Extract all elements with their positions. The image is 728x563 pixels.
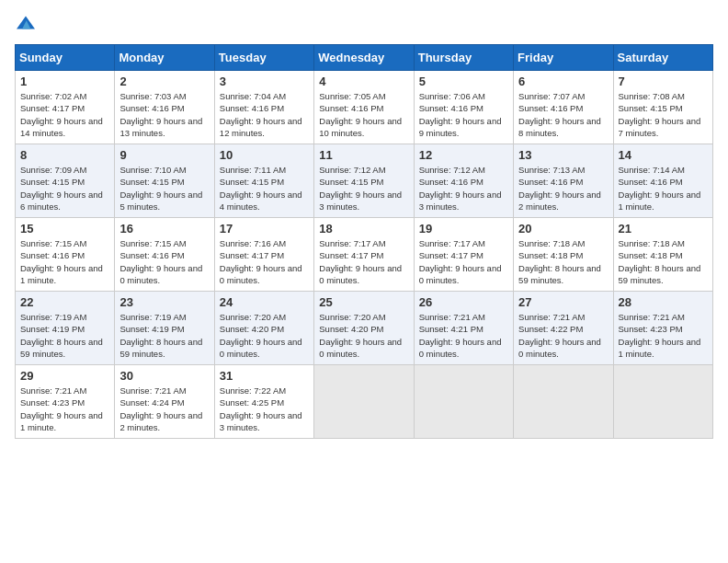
- calendar-day-cell: 28 Sunrise: 7:21 AMSunset: 4:23 PMDaylig…: [613, 292, 712, 365]
- calendar-day-cell: 7 Sunrise: 7:08 AMSunset: 4:15 PMDayligh…: [613, 71, 712, 144]
- day-number: 24: [220, 295, 309, 309]
- day-number: 6: [518, 75, 608, 88]
- day-info: Sunrise: 7:02 AMSunset: 4:17 PMDaylight:…: [20, 90, 109, 139]
- calendar-day-cell: 23 Sunrise: 7:19 AMSunset: 4:19 PMDaylig…: [115, 292, 214, 365]
- day-number: 12: [419, 148, 508, 162]
- day-info: Sunrise: 7:21 AMSunset: 4:22 PMDaylight:…: [518, 311, 608, 360]
- day-info: Sunrise: 7:12 AMSunset: 4:16 PMDaylight:…: [419, 164, 508, 213]
- calendar-day-cell: 5 Sunrise: 7:06 AMSunset: 4:16 PMDayligh…: [414, 71, 513, 144]
- calendar-day-cell: 1 Sunrise: 7:02 AMSunset: 4:17 PMDayligh…: [16, 71, 115, 144]
- calendar-empty-cell: [514, 365, 613, 439]
- day-info: Sunrise: 7:15 AMSunset: 4:16 PMDaylight:…: [20, 237, 109, 286]
- day-number: 11: [319, 148, 408, 162]
- day-info: Sunrise: 7:18 AMSunset: 4:18 PMDaylight:…: [518, 237, 608, 286]
- day-info: Sunrise: 7:17 AMSunset: 4:17 PMDaylight:…: [319, 237, 408, 286]
- day-number: 8: [20, 148, 109, 162]
- day-info: Sunrise: 7:18 AMSunset: 4:18 PMDaylight:…: [619, 237, 708, 286]
- day-number: 13: [518, 148, 608, 162]
- day-info: Sunrise: 7:22 AMSunset: 4:25 PMDaylight:…: [220, 385, 309, 433]
- day-of-week-header: Saturday: [613, 45, 712, 71]
- day-info: Sunrise: 7:03 AMSunset: 4:16 PMDaylight:…: [119, 90, 209, 139]
- calendar-empty-cell: [613, 365, 712, 439]
- calendar-day-cell: 8 Sunrise: 7:09 AMSunset: 4:15 PMDayligh…: [16, 144, 115, 218]
- day-info: Sunrise: 7:11 AMSunset: 4:15 PMDaylight:…: [220, 164, 309, 213]
- day-info: Sunrise: 7:13 AMSunset: 4:16 PMDaylight:…: [518, 164, 608, 213]
- calendar-day-cell: 10 Sunrise: 7:11 AMSunset: 4:15 PMDaylig…: [214, 144, 313, 218]
- calendar-day-cell: 9 Sunrise: 7:10 AMSunset: 4:15 PMDayligh…: [115, 144, 214, 218]
- day-number: 30: [119, 369, 209, 383]
- calendar-day-cell: 21 Sunrise: 7:18 AMSunset: 4:18 PMDaylig…: [613, 218, 712, 292]
- calendar-day-cell: 6 Sunrise: 7:07 AMSunset: 4:16 PMDayligh…: [514, 71, 613, 144]
- day-number: 14: [619, 148, 708, 162]
- day-info: Sunrise: 7:20 AMSunset: 4:20 PMDaylight:…: [319, 311, 408, 360]
- day-info: Sunrise: 7:15 AMSunset: 4:16 PMDaylight:…: [119, 237, 209, 286]
- calendar-day-cell: 14 Sunrise: 7:14 AMSunset: 4:16 PMDaylig…: [613, 144, 712, 218]
- day-number: 25: [319, 295, 408, 309]
- calendar-day-cell: 25 Sunrise: 7:20 AMSunset: 4:20 PMDaylig…: [314, 292, 414, 365]
- day-number: 16: [119, 222, 209, 236]
- day-number: 31: [220, 369, 309, 383]
- calendar-day-cell: 13 Sunrise: 7:13 AMSunset: 4:16 PMDaylig…: [514, 144, 613, 218]
- day-number: 21: [619, 222, 708, 236]
- calendar-week-row: 1 Sunrise: 7:02 AMSunset: 4:17 PMDayligh…: [16, 71, 713, 144]
- calendar-day-cell: 31 Sunrise: 7:22 AMSunset: 4:25 PMDaylig…: [214, 365, 313, 439]
- calendar-day-cell: 27 Sunrise: 7:21 AMSunset: 4:22 PMDaylig…: [514, 292, 613, 365]
- day-number: 1: [20, 75, 109, 88]
- day-info: Sunrise: 7:19 AMSunset: 4:19 PMDaylight:…: [119, 311, 209, 360]
- day-number: 28: [619, 295, 708, 309]
- calendar-day-cell: 19 Sunrise: 7:17 AMSunset: 4:17 PMDaylig…: [414, 218, 513, 292]
- day-number: 27: [518, 295, 608, 309]
- calendar-week-row: 8 Sunrise: 7:09 AMSunset: 4:15 PMDayligh…: [16, 144, 713, 218]
- day-number: 4: [319, 75, 408, 88]
- calendar-day-cell: 15 Sunrise: 7:15 AMSunset: 4:16 PMDaylig…: [16, 218, 115, 292]
- day-info: Sunrise: 7:14 AMSunset: 4:16 PMDaylight:…: [619, 164, 708, 213]
- calendar-week-row: 15 Sunrise: 7:15 AMSunset: 4:16 PMDaylig…: [16, 218, 713, 292]
- day-number: 10: [220, 148, 309, 162]
- day-number: 29: [20, 369, 109, 383]
- day-info: Sunrise: 7:17 AMSunset: 4:17 PMDaylight:…: [419, 237, 508, 286]
- day-of-week-header: Monday: [115, 45, 214, 71]
- day-number: 9: [119, 148, 209, 162]
- calendar-day-cell: 16 Sunrise: 7:15 AMSunset: 4:16 PMDaylig…: [115, 218, 214, 292]
- calendar-day-cell: 3 Sunrise: 7:04 AMSunset: 4:16 PMDayligh…: [214, 71, 313, 144]
- day-info: Sunrise: 7:20 AMSunset: 4:20 PMDaylight:…: [220, 311, 309, 360]
- day-info: Sunrise: 7:06 AMSunset: 4:16 PMDaylight:…: [419, 90, 508, 139]
- calendar-day-cell: 2 Sunrise: 7:03 AMSunset: 4:16 PMDayligh…: [115, 71, 214, 144]
- calendar-week-row: 22 Sunrise: 7:19 AMSunset: 4:19 PMDaylig…: [16, 292, 713, 365]
- day-info: Sunrise: 7:08 AMSunset: 4:15 PMDaylight:…: [619, 90, 708, 139]
- calendar-day-cell: 11 Sunrise: 7:12 AMSunset: 4:15 PMDaylig…: [314, 144, 414, 218]
- calendar-day-cell: 29 Sunrise: 7:21 AMSunset: 4:23 PMDaylig…: [16, 365, 115, 439]
- page-header: [15, 15, 713, 33]
- calendar-day-cell: 4 Sunrise: 7:05 AMSunset: 4:16 PMDayligh…: [314, 71, 414, 144]
- calendar-day-cell: 12 Sunrise: 7:12 AMSunset: 4:16 PMDaylig…: [414, 144, 513, 218]
- day-of-week-header: Tuesday: [214, 45, 313, 71]
- day-number: 19: [419, 222, 508, 236]
- calendar-table: SundayMondayTuesdayWednesdayThursdayFrid…: [15, 44, 713, 439]
- day-of-week-header: Wednesday: [314, 45, 414, 71]
- day-of-week-header: Thursday: [414, 45, 513, 71]
- calendar-day-cell: 17 Sunrise: 7:16 AMSunset: 4:17 PMDaylig…: [214, 218, 313, 292]
- day-info: Sunrise: 7:04 AMSunset: 4:16 PMDaylight:…: [220, 90, 309, 139]
- day-number: 17: [220, 222, 309, 236]
- day-of-week-header: Friday: [514, 45, 613, 71]
- logo-icon: [15, 15, 37, 33]
- day-number: 18: [319, 222, 408, 236]
- day-number: 20: [518, 222, 608, 236]
- calendar-day-cell: 20 Sunrise: 7:18 AMSunset: 4:18 PMDaylig…: [514, 218, 613, 292]
- calendar-day-cell: 18 Sunrise: 7:17 AMSunset: 4:17 PMDaylig…: [314, 218, 414, 292]
- day-info: Sunrise: 7:21 AMSunset: 4:21 PMDaylight:…: [419, 311, 508, 360]
- day-number: 23: [119, 295, 209, 309]
- day-info: Sunrise: 7:19 AMSunset: 4:19 PMDaylight:…: [20, 311, 109, 360]
- day-number: 2: [119, 75, 209, 88]
- day-info: Sunrise: 7:09 AMSunset: 4:15 PMDaylight:…: [20, 164, 109, 213]
- day-number: 22: [20, 295, 109, 309]
- day-number: 5: [419, 75, 508, 88]
- calendar-day-cell: 30 Sunrise: 7:21 AMSunset: 4:24 PMDaylig…: [115, 365, 214, 439]
- calendar-day-cell: 26 Sunrise: 7:21 AMSunset: 4:21 PMDaylig…: [414, 292, 513, 365]
- logo: [15, 15, 40, 33]
- day-number: 15: [20, 222, 109, 236]
- day-of-week-header: Sunday: [16, 45, 115, 71]
- day-number: 3: [220, 75, 309, 88]
- day-info: Sunrise: 7:05 AMSunset: 4:16 PMDaylight:…: [319, 90, 408, 139]
- day-info: Sunrise: 7:07 AMSunset: 4:16 PMDaylight:…: [518, 90, 608, 139]
